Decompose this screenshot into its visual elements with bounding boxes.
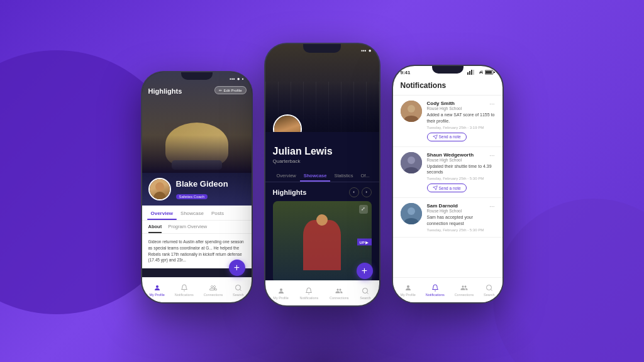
- bottom-nav-left: My Profile Notifications Connections Sea…: [142, 277, 252, 302]
- more-options-3[interactable]: ···: [489, 203, 494, 210]
- player-head: [316, 214, 328, 226]
- sub-tab-about[interactable]: About: [148, 224, 162, 233]
- status-icons-center: ▪▪▪ ●: [361, 48, 371, 53]
- nav-label-my-profile-left: My Profile: [149, 293, 164, 297]
- svg-point-12: [408, 105, 415, 112]
- video-badge: UP ▶: [357, 238, 372, 245]
- center-tabs: Overview Showcase Statistics Of...: [265, 169, 379, 182]
- send-icon-1: [433, 134, 438, 140]
- avatar-cody-image: [401, 101, 422, 122]
- center-profile-section: Julian Lewis Quarterback: [265, 132, 379, 169]
- search-icon-right: [485, 283, 494, 292]
- nav-label-search-right: Search: [484, 293, 494, 297]
- avatar-head: [155, 182, 164, 191]
- signal-icon-right: [467, 70, 475, 75]
- nav-label-notif-left: Notifications: [175, 293, 194, 297]
- avatar-body: [153, 192, 166, 199]
- fab-button-center[interactable]: +: [357, 263, 373, 279]
- notif-school-2: Rouse High School: [427, 158, 495, 162]
- notif-name-2: Shaun Wedgeworth: [427, 152, 495, 158]
- nav-connections-right[interactable]: Connections: [455, 283, 474, 297]
- nav-connections-center[interactable]: Connections: [330, 287, 349, 300]
- tab-overview-center[interactable]: Overview: [273, 169, 300, 182]
- wifi-icon-c: ●: [369, 48, 372, 53]
- notif-text-2: Updated their shuttle time to 4.39 secon…: [427, 163, 495, 176]
- expand-icon[interactable]: ⤢: [359, 205, 368, 214]
- notif-text-1: Added a new SAT score of 1155 to their p…: [427, 112, 495, 124]
- hero-overlay: [142, 135, 252, 173]
- phone-right-notch: [432, 66, 464, 74]
- more-options-1[interactable]: ···: [489, 101, 494, 107]
- nav-my-profile-right[interactable]: My Profile: [400, 283, 415, 297]
- tab-showcase-left[interactable]: Showcase: [177, 206, 208, 220]
- nav-label-notif-right: Notifications: [426, 293, 445, 297]
- arrow-prev[interactable]: ‹: [349, 187, 359, 197]
- tab-posts-left[interactable]: Posts: [208, 206, 228, 220]
- nav-notifications-center[interactable]: Notifications: [299, 287, 318, 300]
- nav-notifications-right[interactable]: Notifications: [426, 283, 445, 297]
- my-profile-icon-c: [277, 287, 286, 295]
- left-user-role: Safeties Coach: [176, 194, 208, 199]
- search-icon-left: [234, 283, 243, 292]
- center-player-position: Quarterback: [273, 158, 372, 164]
- tab-overview-left[interactable]: Overview: [147, 206, 177, 220]
- phone-left: ▪▪▪ ● ▪ Highlights ✏ Edit Profile: [141, 71, 253, 304]
- bottom-nav-center: My Profile Notifications Connections Sea…: [265, 280, 379, 305]
- connections-icon-right: [460, 283, 469, 292]
- send-note-button-2[interactable]: Send a note: [427, 184, 467, 192]
- tab-statistics-center[interactable]: Statistics: [330, 169, 357, 182]
- notifications-icon-center: [304, 287, 313, 295]
- notif-text-3: Sam has accepted your connection request: [427, 214, 495, 227]
- player-silhouette: [303, 220, 341, 270]
- notif-actions-2: Send a note: [427, 184, 495, 192]
- send-note-button-1[interactable]: Send a note: [427, 133, 467, 141]
- notification-item-1: ··· Cody Smith Rouse High School Added a…: [393, 96, 502, 147]
- phone-right: 9:41: [392, 65, 504, 304]
- notification-item-2: ··· Shaun Wedgeworth Rouse High School U…: [393, 147, 502, 199]
- highlights-label-left: Highlights: [148, 87, 182, 95]
- nav-arrows: ‹ ›: [349, 187, 372, 197]
- notif-name-3: Sam Darnold: [427, 203, 495, 209]
- avatar-sam-darnold: [401, 203, 422, 224]
- edit-profile-button[interactable]: ✏ Edit Profile: [214, 86, 246, 94]
- nav-my-profile-left[interactable]: My Profile: [149, 283, 164, 297]
- left-name-area: Blake Gideon Safeties Coach: [176, 179, 245, 200]
- nav-connections-left[interactable]: Connections: [204, 283, 223, 297]
- nav-search-left[interactable]: Search: [233, 283, 243, 297]
- notif-body-3: Sam Darnold Rouse High School Sam has ac…: [427, 203, 495, 232]
- left-user-name: Blake Gideon: [176, 179, 245, 189]
- svg-rect-7: [473, 70, 474, 75]
- notifications-icon-right: [431, 283, 440, 292]
- notif-top-2: Shaun Wedgeworth Rouse High School Updat…: [401, 152, 495, 181]
- nav-notifications-left[interactable]: Notifications: [175, 283, 194, 297]
- notif-body-1: Cody Smith Rouse High School Added a new…: [427, 101, 495, 129]
- nav-search-center[interactable]: Search: [360, 287, 370, 300]
- left-profile-header: Blake Gideon Safeties Coach: [142, 173, 252, 206]
- phone-center: ▪▪▪ ● Julian Lewis Quarterback Overview …: [264, 43, 380, 307]
- nav-label-conn-center: Connections: [330, 296, 349, 300]
- sub-tab-program[interactable]: Program Overview: [168, 224, 207, 233]
- notification-item-3: ··· Sam Darnold Rouse High School Sam ha…: [393, 198, 502, 238]
- avatar-shaun-wedgeworth: [401, 152, 422, 173]
- notif-time-1: Tuesday, February 25th - 3:19 PM: [427, 126, 495, 129]
- phone-center-notch: [303, 44, 341, 53]
- more-options-2[interactable]: ···: [489, 152, 494, 159]
- nav-label-search-left: Search: [233, 293, 243, 297]
- phone-left-notch: [181, 72, 213, 80]
- highlights-title-center: Highlights: [273, 189, 307, 196]
- fab-button-left[interactable]: +: [229, 260, 245, 276]
- nav-label-profile-right: My Profile: [400, 293, 415, 297]
- svg-point-14: [408, 156, 415, 164]
- tab-other-center[interactable]: Of...: [357, 169, 373, 182]
- battery-icon: ▪: [242, 76, 244, 82]
- svg-rect-6: [471, 70, 472, 75]
- nav-search-right[interactable]: Search: [484, 283, 494, 297]
- tab-showcase-center[interactable]: Showcase: [300, 169, 331, 182]
- signal-icon: ▪▪▪: [230, 76, 235, 82]
- nav-label-conn-right: Connections: [455, 293, 474, 297]
- nav-my-profile-center[interactable]: My Profile: [273, 287, 288, 300]
- arrow-next[interactable]: ›: [362, 187, 372, 197]
- status-time-right: 9:41: [401, 70, 411, 75]
- connections-icon-left: [209, 283, 218, 292]
- status-icons-left: ▪▪▪ ● ▪: [230, 76, 243, 82]
